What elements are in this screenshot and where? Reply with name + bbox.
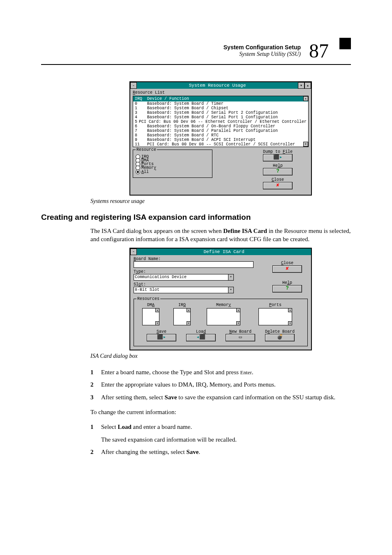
load-button[interactable]: ◂⬛: [186, 334, 216, 341]
close-button[interactable]: ✘: [272, 265, 302, 273]
figure-caption-2: ISA Card dialog box: [90, 353, 351, 359]
dump-to-file-label: Dump to File: [247, 150, 309, 154]
dialog-title: System Resource Usage: [137, 83, 298, 88]
save-label: Save: [143, 329, 180, 334]
scroll-up-icon[interactable]: ▴: [288, 308, 292, 312]
scroll-up-icon[interactable]: ▴: [303, 96, 308, 101]
close-label: Close: [267, 261, 308, 265]
figure-caption-1: Systems resource usage: [90, 198, 351, 205]
type-dropdown[interactable]: Communications Device▾: [134, 274, 234, 281]
help-button[interactable]: ?: [272, 285, 302, 292]
irq-listbox[interactable]: ▴▾: [173, 308, 191, 325]
dialog-title: Define ISA Card: [137, 249, 311, 254]
chevron-down-icon[interactable]: ▾: [228, 287, 233, 293]
slot-label: Slot:: [134, 282, 257, 287]
scroll-down-icon[interactable]: ▾: [288, 321, 292, 325]
radio-all[interactable]: All: [136, 170, 210, 174]
dump-to-file-button[interactable]: ⬛▸: [263, 154, 293, 161]
type-label: Type:: [134, 269, 257, 274]
list-item[interactable]: 6Baseboard: System Board / On-Board Flop…: [133, 124, 308, 129]
save-button[interactable]: ⬛▸: [147, 334, 176, 341]
list-item[interactable]: 8Baseboard: System Board / RTC: [133, 133, 308, 138]
page-header: System Configuration Setup System Setup …: [41, 41, 351, 65]
slot-dropdown[interactable]: 8-Bit Slot▾: [134, 287, 234, 293]
delete-board-label: Delete Board: [261, 329, 298, 334]
list-item[interactable]: 5PCI Card: Bus 00 Dev 06 -- Ethernet Con…: [133, 120, 308, 124]
col-device-header: Device / Function: [147, 97, 307, 101]
load-label: Load: [182, 329, 219, 334]
scroll-up-icon[interactable]: ▴: [187, 308, 191, 312]
scroll-up-icon[interactable]: ▴: [236, 308, 240, 312]
body-paragraph: To change the current information:: [90, 408, 351, 416]
step-item: After setting them, select Save to save …: [90, 393, 351, 402]
scroll-down-icon[interactable]: ▾: [236, 321, 240, 325]
memory-listbox[interactable]: ▴▾: [207, 308, 240, 325]
step-item: Select Load and enter a board name. The …: [90, 422, 351, 444]
scroll-down-icon[interactable]: ▾: [187, 321, 191, 325]
listbox-header: IRQ Device / Function: [133, 96, 308, 101]
close-button[interactable]: ✘: [263, 182, 293, 189]
dma-listbox[interactable]: ▴▾: [142, 308, 159, 325]
help-label: Help: [247, 164, 309, 168]
scroll-up-icon[interactable]: ▴: [155, 308, 159, 312]
decorative-square: [339, 38, 351, 49]
titlebar: - System Resource Usage ▾ ▴: [130, 82, 311, 89]
step-item: After changing the settings, select Save…: [90, 447, 351, 457]
board-name-label: Board Name:: [134, 257, 257, 261]
ports-column: Ports ▴▾: [251, 303, 300, 326]
list-item[interactable]: 0Baseboard: System Board / Timer: [133, 101, 308, 106]
resource-group: Resource IRQ DMA Ports Memory All: [133, 150, 212, 178]
ports-listbox[interactable]: ▴▾: [258, 308, 292, 325]
irq-column: IRQ ▴▾: [168, 303, 196, 326]
resource-listbox[interactable]: ▴ ▾ IRQ Device / Function 0Baseboard: Sy…: [133, 96, 309, 147]
close-label: Close: [247, 177, 309, 182]
new-board-button[interactable]: ▭: [226, 334, 255, 341]
delete-board-button[interactable]: 💣: [265, 334, 295, 341]
col-irq-header: IRQ: [135, 97, 147, 101]
resources-legend: Resources: [136, 297, 160, 301]
scroll-down-icon[interactable]: ▾: [155, 321, 159, 325]
section-heading: Creating and registering ISA expansion c…: [41, 213, 351, 222]
resource-legend: Resource: [136, 147, 157, 152]
dma-column: DMA ▴▾: [136, 303, 165, 326]
titlebar: - Define ISA Card: [130, 249, 311, 255]
board-name-input[interactable]: [134, 261, 254, 268]
chevron-down-icon[interactable]: ▾: [228, 274, 233, 280]
minimize-icon[interactable]: ▾: [298, 82, 304, 89]
resource-list-label: Resource List: [133, 90, 309, 95]
resources-group: Resources DMA ▴▾ IRQ ▴▾ Memory ▴▾: [134, 299, 308, 346]
help-label: Help: [267, 281, 308, 285]
steps-list: Enter a board name, choose the Type and …: [90, 368, 351, 402]
list-item[interactable]: 7Baseboard: System Board / Parallel Port…: [133, 129, 308, 133]
define-isa-card-dialog: - Define ISA Card Board Name: Type: Comm…: [129, 248, 312, 350]
memory-column: Memory ▴▾: [199, 303, 248, 326]
list-item[interactable]: 11PCI Card: Bus 00 Dev 08 -- SCSI Contro…: [133, 142, 308, 147]
step-item: Enter the appropriate values to DMA, IRQ…: [90, 380, 351, 389]
system-resource-usage-dialog: - System Resource Usage ▾ ▴ Resource Lis…: [129, 81, 312, 196]
change-steps-list: Select Load and enter a board name. The …: [90, 422, 351, 457]
header-title: System Configuration Setup: [224, 44, 301, 51]
body-paragraph: The ISA Card dialog box appears on the s…: [90, 227, 351, 244]
header-subtitle: System Setup Utility (SSU): [224, 51, 301, 58]
system-menu-icon[interactable]: -: [130, 249, 137, 255]
new-board-label: New Board: [222, 329, 259, 334]
list-item[interactable]: 4Baseboard: System Board / Serial Port 1…: [133, 115, 308, 120]
list-item[interactable]: 1Baseboard: System Board / Chipset: [133, 106, 308, 111]
scroll-down-icon[interactable]: ▾: [303, 142, 308, 147]
list-item[interactable]: 9Baseboard: System Board / ACPI SCI Inte…: [133, 138, 308, 142]
system-menu-icon[interactable]: -: [130, 82, 137, 89]
page-number: 87: [309, 41, 329, 61]
help-button[interactable]: ?: [263, 168, 293, 175]
step-note: The saved expansion card information wil…: [101, 435, 351, 444]
maximize-icon[interactable]: ▴: [304, 82, 311, 89]
list-item[interactable]: 3Baseboard: System Board / Serial Port 2…: [133, 111, 308, 115]
step-item: Enter a board name, choose the Type and …: [90, 368, 351, 377]
